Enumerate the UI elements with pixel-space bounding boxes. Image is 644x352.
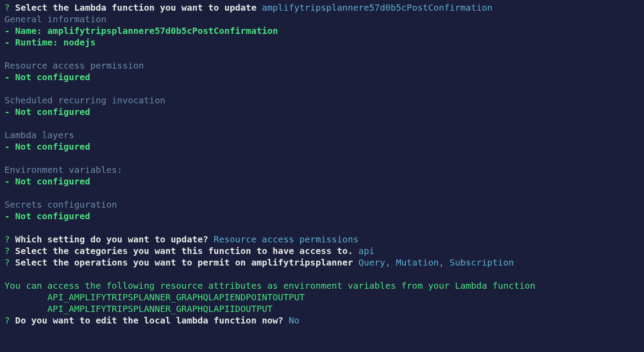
- terminal-line: - Not configured: [4, 106, 640, 118]
- terminal-text-segment: API_AMPLIFYTRIPSPLANNER_GRAPHQLAPIIDOUTP…: [4, 303, 273, 314]
- terminal-text-segment: - Runtime: nodejs: [4, 37, 96, 48]
- terminal-line: - Not configured: [4, 210, 640, 222]
- terminal-text-segment: ?: [4, 257, 15, 268]
- terminal-text-segment: ?: [4, 234, 15, 245]
- terminal-text-segment: ?: [4, 246, 15, 256]
- terminal-line: ? Select the categories you want this fu…: [4, 245, 640, 257]
- terminal-text-segment: Query, Mutation, Subscription: [359, 257, 514, 268]
- terminal-line: - Not configured: [4, 176, 640, 187]
- terminal-line: Resource access permission: [4, 60, 640, 71]
- terminal-line: ? Select the operations you want to perm…: [4, 257, 640, 268]
- terminal-text-segment: Resource access permission: [4, 60, 144, 71]
- terminal-text-segment: - Not configured: [4, 72, 90, 82]
- terminal-text-segment: amplifytripsplannere57d0b5cPostConfirmat…: [262, 2, 493, 13]
- terminal-line: Lambda layers: [4, 129, 640, 141]
- terminal-line: [4, 83, 640, 94]
- terminal-text-segment: Secrets configuration: [4, 199, 117, 210]
- terminal-text-segment: ?: [4, 2, 15, 13]
- terminal-text-segment: - Not configured: [4, 176, 90, 187]
- terminal-text-segment: Which setting do you want to update?: [15, 234, 214, 245]
- terminal-text-segment: Resource access permissions: [214, 234, 359, 245]
- terminal-line: Environment variables:: [4, 164, 640, 176]
- terminal-text-segment: Do you want to edit the local lambda fun…: [15, 315, 289, 326]
- terminal-line: [4, 187, 640, 199]
- terminal-text-segment: No: [289, 315, 299, 326]
- terminal-line: [4, 222, 640, 233]
- terminal-line: [4, 268, 640, 280]
- terminal-text-segment: API_AMPLIFYTRIPSPLANNER_GRAPHQLAPIENDPOI…: [4, 292, 305, 303]
- terminal-text-segment: Select the categories you want this func…: [15, 246, 359, 256]
- terminal-line: - Runtime: nodejs: [4, 37, 640, 48]
- terminal-text-segment: - Name: amplifytripsplannere57d0b5cPostC…: [4, 25, 278, 36]
- terminal-text-segment: Environment variables:: [4, 164, 122, 175]
- terminal-line: You can access the following resource at…: [4, 280, 640, 291]
- terminal-text-segment: - Not configured: [4, 106, 90, 117]
- terminal-line: ? Do you want to edit the local lambda f…: [4, 315, 640, 326]
- terminal-line: General information: [4, 13, 640, 25]
- terminal-text-segment: Select the operations you want to permit…: [15, 257, 359, 268]
- terminal-line: ? Select the Lambda function you want to…: [4, 2, 640, 13]
- terminal-text-segment: Select the Lambda function you want to u…: [15, 2, 262, 13]
- terminal-line: [4, 118, 640, 129]
- terminal-line: Secrets configuration: [4, 199, 640, 210]
- terminal-line: [4, 152, 640, 164]
- terminal-text-segment: - Not configured: [4, 211, 90, 221]
- terminal-line: API_AMPLIFYTRIPSPLANNER_GRAPHQLAPIENDPOI…: [4, 291, 640, 303]
- terminal-line: - Name: amplifytripsplannere57d0b5cPostC…: [4, 25, 640, 37]
- terminal-line: [4, 48, 640, 60]
- terminal-text-segment: api: [359, 246, 375, 256]
- terminal-output[interactable]: ? Select the Lambda function you want to…: [4, 2, 640, 326]
- terminal-line: ? Which setting do you want to update? R…: [4, 233, 640, 245]
- terminal-line: API_AMPLIFYTRIPSPLANNER_GRAPHQLAPIIDOUTP…: [4, 303, 640, 315]
- terminal-text-segment: - Not configured: [4, 141, 90, 152]
- terminal-text-segment: Scheduled recurring invocation: [4, 95, 165, 106]
- terminal-line: - Not configured: [4, 71, 640, 83]
- terminal-text-segment: You can access the following resource at…: [4, 280, 535, 291]
- terminal-text-segment: ?: [4, 315, 15, 326]
- terminal-line: - Not configured: [4, 141, 640, 152]
- terminal-text-segment: Lambda layers: [4, 130, 74, 140]
- terminal-text-segment: General information: [4, 14, 106, 25]
- terminal-line: Scheduled recurring invocation: [4, 94, 640, 106]
